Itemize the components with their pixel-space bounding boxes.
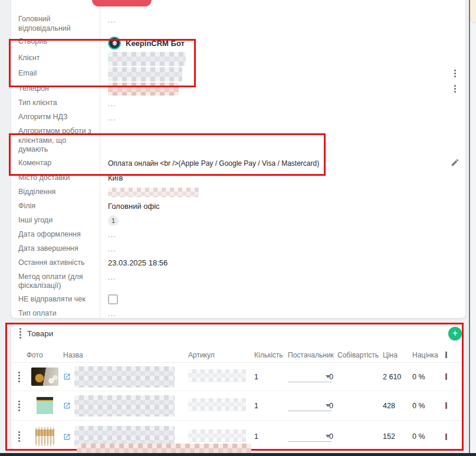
product-row-menu-icon[interactable] (17, 370, 21, 383)
field-label: Коментар (11, 158, 100, 168)
field-value (100, 187, 465, 198)
field-value (100, 84, 453, 94)
products-title: Товари (27, 329, 53, 338)
redacted-strip (77, 444, 251, 453)
field-row-payment-type: Тип оплати... (11, 307, 465, 321)
cost-value: 0 (329, 402, 383, 410)
field-label: Створив (11, 37, 100, 47)
field-value-text: ... (108, 15, 116, 24)
markup-value: 0 % (412, 373, 445, 381)
product-name-cell (63, 366, 188, 388)
products-drag-handle-icon[interactable] (18, 327, 22, 340)
field-value-text: ... (108, 127, 116, 136)
clipped-value-fragment (445, 434, 447, 440)
redacted-value (108, 83, 179, 96)
field-value-text: Київ (108, 173, 123, 183)
field-value-text: ... (108, 99, 116, 108)
field-value-text: 23.03.2025 18:56 (108, 258, 168, 268)
field-row-fiscal-payment-method: Метод оплати (для фіскалізації)... (11, 270, 465, 293)
product-row-menu-icon[interactable] (17, 399, 21, 412)
field-value: ... (100, 112, 465, 123)
supplier-select[interactable] (288, 431, 331, 442)
column-header-5: Постачальник (288, 351, 337, 359)
products-table-body: 102 6100 %104280 %101520 % (11, 363, 465, 450)
field-row-phone: Телефон (11, 82, 465, 96)
open-product-link-icon[interactable] (63, 433, 71, 441)
product-photo (35, 427, 54, 446)
supplier-cell (288, 372, 337, 382)
column-header-8: Націнка (412, 351, 445, 359)
redacted-article (188, 429, 246, 442)
field-value: Київ (100, 173, 465, 183)
field-value-text: ... (108, 244, 116, 253)
field-rows-container: Головний відповідальний...СтворивKeepinC… (11, 12, 465, 349)
field-value-text: ... (108, 309, 116, 318)
supplier-cell (288, 431, 337, 442)
status-tag-pill[interactable] (92, 0, 152, 6)
redacted-value (108, 67, 182, 81)
field-value: ... (100, 272, 465, 283)
field-row-delivery-city: Місто доставкиКиїв (11, 171, 465, 185)
field-value-text: ... (108, 113, 116, 122)
redacted-value (108, 188, 199, 197)
no-receipt-checkbox[interactable] (108, 294, 118, 304)
field-row-no-receipt: НЕ відправляти чек (11, 293, 465, 307)
supplier-cell (288, 401, 337, 411)
field-row-client: Клієнт (11, 51, 465, 67)
add-product-button[interactable]: + (448, 327, 462, 340)
field-value: KeepinCRM Бот (100, 37, 465, 50)
field-value: ... (100, 14, 465, 25)
field-value-text: ... (108, 273, 116, 281)
redacted-article (188, 398, 246, 411)
chevron-down-icon (326, 435, 330, 438)
field-value: ... (100, 126, 465, 137)
cost-value: 0 (329, 373, 383, 381)
field-label: Дата завершення (11, 244, 100, 254)
row-menu-icon[interactable] (453, 68, 457, 78)
field-row-filia: ФіліяГоловний офіс (11, 199, 465, 214)
product-photo-cell (27, 395, 63, 416)
field-label: Місто доставки (11, 173, 100, 183)
edit-icon[interactable] (451, 158, 459, 169)
count-badge[interactable]: 1 (108, 215, 119, 226)
field-label: Метод оплати (для фіскалізації) (11, 272, 100, 291)
supplier-select[interactable] (288, 401, 331, 411)
supplier-select[interactable] (288, 372, 331, 382)
field-label: Тип оплати (11, 309, 100, 319)
price-value: 2 610 (383, 373, 412, 381)
price-value: 428 (383, 402, 412, 410)
product-article-cell (188, 398, 254, 413)
field-value: 1 (100, 215, 465, 226)
row-menu-icon[interactable] (453, 84, 457, 94)
field-row-email: Email (11, 67, 465, 82)
field-label: Клієнт (11, 53, 100, 63)
clipped-value-fragment (445, 402, 447, 409)
field-label: Тип клієнта (11, 98, 100, 108)
chevron-down-icon (326, 404, 330, 407)
right-panel-card-fragment (470, 0, 476, 22)
product-row-menu-icon[interactable] (17, 430, 21, 443)
field-label: Філія (11, 201, 100, 211)
products-table-header: ФотоНазваАртикулКількістьПостачальникСоб… (11, 347, 465, 363)
clipped-value-fragment (445, 373, 447, 380)
column-header-3: Артикул (188, 351, 254, 359)
field-label: Інші угоди (11, 215, 100, 225)
field-label: Дата оформлення (11, 229, 100, 240)
product-name-cell (63, 395, 188, 416)
field-row-comment: КоментарОплата онлайн <br />(Apple Pay /… (11, 156, 465, 171)
column-header-2: Назва (63, 351, 188, 359)
open-product-link-icon[interactable] (63, 373, 71, 380)
field-label: Алгоритмом роботи з клієнтами, що думают… (11, 126, 100, 155)
field-value-text: Оплата онлайн <br />(Apple Pay / Google … (108, 159, 319, 168)
open-product-link-icon[interactable] (63, 402, 71, 409)
field-value-text: ... (108, 230, 116, 239)
cost-value: 0 (329, 432, 383, 441)
product-row: 104280 % (11, 391, 465, 421)
field-value (100, 294, 465, 305)
field-row-other-deals: Інші угоди1 (11, 214, 465, 228)
markup-value: 0 % (412, 402, 445, 410)
field-label: Алгоритм НДЗ (11, 112, 100, 122)
field-row-date-finished: Дата завершення... (11, 242, 465, 256)
field-label: Остання активність (11, 258, 100, 268)
field-value: ... (100, 309, 465, 319)
